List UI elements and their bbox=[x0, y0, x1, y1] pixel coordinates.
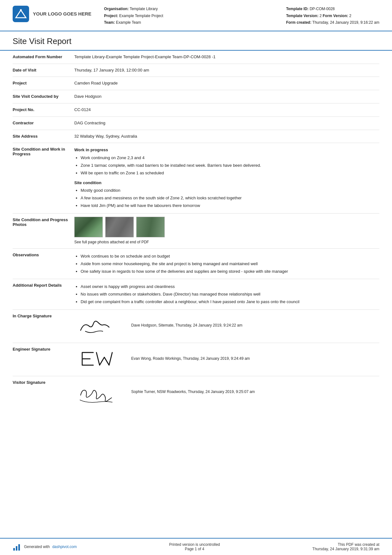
field-value-3: Dave Hodgson bbox=[74, 93, 379, 100]
observations-value: Work continues to be on schedule and on … bbox=[74, 252, 379, 276]
template-version-value: 2 bbox=[320, 14, 322, 18]
site-condition-value: Work in progress Work continuing on Zone… bbox=[74, 146, 379, 210]
sig-incharge-label: In Charge Signature bbox=[13, 313, 74, 340]
form-created-value: Thursday, 24 January 2019, 9:16:22 am bbox=[312, 20, 379, 25]
field-label-5: Contractor bbox=[13, 120, 74, 127]
photo-row bbox=[74, 217, 379, 237]
pdf-created-label: This PDF was created at bbox=[312, 542, 379, 547]
page-header: YOUR LOGO GOES HERE Organisation: Templa… bbox=[0, 0, 392, 31]
footer-right: This PDF was created at Thursday, 24 Jan… bbox=[312, 542, 379, 551]
project-label: Project: bbox=[104, 14, 118, 18]
field-label-0: Automated Form Number bbox=[13, 54, 74, 60]
photo-thumb-1 bbox=[74, 217, 103, 237]
logo-text: YOUR LOGO GOES HERE bbox=[33, 11, 91, 17]
template-id-label: Template ID: bbox=[286, 7, 309, 11]
list-item: One safety issue in regards to how some … bbox=[81, 268, 379, 275]
page-footer: Generated with dashpivot.com Printed ver… bbox=[0, 538, 392, 555]
list-item: Will be open to traffic on Zone 1 as sch… bbox=[81, 170, 379, 177]
observations-row: Observations Work continues to be on sch… bbox=[13, 249, 379, 279]
dashpivot-link[interactable]: dashpivot.com bbox=[52, 545, 77, 549]
list-item: Zone 1 tarmac complete, with road barrie… bbox=[81, 162, 379, 169]
field-value-4: CC-0124 bbox=[74, 107, 379, 113]
list-item: Aside from some minor housekeeping, the … bbox=[81, 261, 379, 267]
site-condition-list2: Mostly good condition A few issues and m… bbox=[81, 187, 379, 209]
header-right: Template ID: DP-COM-0028 Template Versio… bbox=[286, 6, 379, 26]
field-label-1: Date of Visit bbox=[13, 67, 74, 74]
content-table: Automated Form Number Template Library-E… bbox=[0, 51, 392, 412]
photos-row: Site Condition and Progress Photos See f… bbox=[13, 214, 379, 249]
additional-label: Additional Report Details bbox=[13, 282, 74, 306]
field-label-6: Site Address bbox=[13, 133, 74, 140]
list-item: Have told Jim (PM) and he will have the … bbox=[81, 203, 379, 209]
form-version-value: 2 bbox=[349, 14, 352, 18]
sig-engineer-meta: Evan Wong, Roado Workings, Thursday, 24 … bbox=[131, 346, 250, 362]
sig-incharge-value: Dave Hodgson, Sitemate, Thursday, 24 Jan… bbox=[74, 313, 379, 340]
field-label-3: Site Visit Conducted by bbox=[13, 93, 74, 100]
printed-version-text: Printed version is uncontrolled bbox=[169, 542, 220, 547]
field-label-2: Project bbox=[13, 80, 74, 87]
table-row: Site Address 32 Wallaby Way, Sydney, Aus… bbox=[13, 130, 379, 143]
photos-label: Site Condition and Progress Photos bbox=[13, 217, 74, 245]
team-label: Team: bbox=[104, 20, 115, 25]
photos-caption: See full page photos attached at end of … bbox=[74, 239, 379, 245]
observations-list: Work continues to be on schedule and on … bbox=[81, 253, 379, 275]
list-item: Did get one complaint from a traffic con… bbox=[81, 299, 379, 305]
site-condition-row: Site Condition and Work in Progress Work… bbox=[13, 143, 379, 213]
svg-rect-2 bbox=[13, 548, 15, 551]
list-item: Mostly good condition bbox=[81, 187, 379, 194]
svg-point-1 bbox=[20, 9, 22, 11]
table-row: Project No. CC-0124 bbox=[13, 103, 379, 117]
report-title-section: Site Visit Report bbox=[0, 31, 392, 51]
org-value: Template Library bbox=[130, 7, 158, 11]
sig-visitor-row: Visitor Signature Sophie Turner, NSW Roa… bbox=[13, 376, 379, 412]
photos-value: See full page photos attached at end of … bbox=[74, 217, 379, 245]
site-condition-heading1: Work in progress bbox=[74, 147, 379, 153]
list-item: No issues with communities or stakeholde… bbox=[81, 291, 379, 298]
table-row: Project Camden Road Upgrade bbox=[13, 77, 379, 90]
site-condition-list1: Work continuing on Zone 2,3 and 4 Zone 1… bbox=[81, 155, 379, 176]
dashpivot-icon bbox=[13, 542, 21, 551]
list-item: Asset owner is happy with progress and c… bbox=[81, 284, 379, 290]
svg-rect-4 bbox=[18, 544, 20, 551]
template-version-label: Template Version: bbox=[286, 14, 318, 18]
page-number: Page 1 of 4 bbox=[169, 547, 220, 551]
photo-thumb-2 bbox=[105, 217, 134, 237]
sig-visitor-label: Visitor Signature bbox=[13, 379, 74, 409]
observations-label: Observations bbox=[13, 252, 74, 276]
form-version-label: Form Version: bbox=[323, 14, 348, 18]
footer-center: Printed version is uncontrolled Page 1 o… bbox=[169, 542, 220, 551]
generated-text: Generated with bbox=[24, 545, 50, 549]
list-item: Work continues to be on schedule and on … bbox=[81, 253, 379, 260]
team-value: Example Team bbox=[116, 20, 141, 25]
table-row: Date of Visit Thursday, 17 January 2019,… bbox=[13, 64, 379, 77]
field-value-1: Thursday, 17 January 2019, 12:00:00 am bbox=[74, 67, 379, 74]
additional-list: Asset owner is happy with progress and c… bbox=[81, 284, 379, 305]
additional-row: Additional Report Details Asset owner is… bbox=[13, 279, 379, 309]
sig-engineer-value: Evan Wong, Roado Workings, Thursday, 24 … bbox=[74, 346, 379, 373]
sig-incharge-row: In Charge Signature Dave Hodgson, Sitema… bbox=[13, 310, 379, 343]
table-row: Site Visit Conducted by Dave Hodgson bbox=[13, 90, 379, 103]
site-condition-label: Site Condition and Work in Progress bbox=[13, 146, 74, 210]
sig-incharge-image bbox=[74, 313, 125, 338]
sig-engineer-label: Engineer Signature bbox=[13, 346, 74, 373]
logo-area: YOUR LOGO GOES HERE bbox=[13, 6, 91, 22]
additional-value: Asset owner is happy with progress and c… bbox=[74, 282, 379, 306]
list-item: A few issues and messiness on the south … bbox=[81, 195, 379, 202]
photo-thumb-3 bbox=[136, 217, 165, 237]
project-value: Example Template Project bbox=[119, 14, 163, 18]
footer-left: Generated with dashpivot.com bbox=[13, 542, 77, 551]
field-label-4: Project No. bbox=[13, 107, 74, 113]
svg-rect-0 bbox=[13, 6, 29, 22]
svg-rect-3 bbox=[16, 546, 17, 551]
site-condition-heading2: Site condition bbox=[74, 180, 379, 186]
header-meta: Organisation: Template Library Project: … bbox=[104, 6, 286, 26]
form-created-label: Form created: bbox=[286, 20, 311, 25]
sig-engineer-image bbox=[74, 346, 125, 371]
sig-engineer-row: Engineer Signature Evan Wong, Roado Work… bbox=[13, 343, 379, 376]
org-label: Organisation: bbox=[104, 7, 129, 11]
pdf-created-value: Thursday, 24 January 2019, 9:31:39 am bbox=[312, 547, 379, 551]
field-value-2: Camden Road Upgrade bbox=[74, 80, 379, 87]
sig-incharge-meta: Dave Hodgson, Sitemate, Thursday, 24 Jan… bbox=[131, 313, 242, 328]
table-row: Automated Form Number Template Library-E… bbox=[13, 51, 379, 64]
sig-visitor-meta: Sophie Turner, NSW Roadworks, Thursday, … bbox=[131, 379, 255, 395]
